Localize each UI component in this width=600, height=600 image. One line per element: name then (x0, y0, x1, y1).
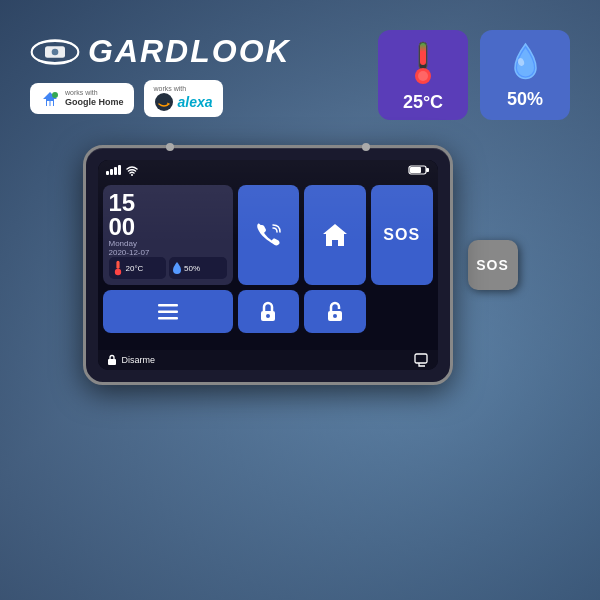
signal-bar-3 (114, 167, 117, 175)
svg-point-24 (333, 314, 337, 318)
svg-point-22 (266, 314, 270, 318)
sos-tile-label: SOS (383, 226, 420, 244)
svg-rect-18 (158, 304, 178, 307)
date-label: 2020-12-07 (109, 248, 227, 257)
svg-point-12 (131, 174, 133, 176)
svg-point-2 (52, 48, 59, 55)
signal-bar-2 (110, 169, 113, 175)
time-minutes: 00 (109, 215, 227, 239)
svg-rect-3 (47, 101, 50, 106)
google-home-text: works with Google Home (65, 88, 124, 109)
date-display: Monday 2020-12-07 (109, 239, 227, 257)
svg-point-6 (155, 93, 173, 111)
menu-tile[interactable] (103, 290, 233, 333)
disarm-label[interactable]: Disarme (106, 354, 156, 366)
status-bar (98, 160, 438, 180)
google-home-icon (40, 89, 60, 109)
unlock-tile[interactable] (304, 290, 366, 333)
screen-icon (414, 353, 430, 367)
svg-point-5 (52, 92, 58, 98)
phone-icon (253, 220, 283, 250)
phone-tile[interactable] (238, 185, 300, 285)
google-home-badge: works with Google Home (30, 83, 134, 114)
svg-rect-8 (420, 43, 426, 65)
brand-name: GARDLOOK (88, 33, 291, 70)
sensor-boxes: 25°C 50% (378, 30, 570, 120)
amazon-icon (154, 92, 174, 112)
device-container: 15 00 Monday 2020-12-07 (0, 145, 600, 385)
temperature-box: 25°C (378, 30, 468, 120)
signal-bar-4 (118, 165, 121, 175)
svg-rect-19 (158, 310, 178, 313)
unlock-icon (322, 299, 348, 325)
signal-icons (106, 164, 139, 176)
svg-point-10 (418, 71, 428, 81)
alexa-badge: works with alexa (144, 80, 223, 117)
svg-rect-16 (116, 261, 119, 269)
time-display: 15 00 (109, 191, 227, 239)
signal-bars (106, 165, 121, 175)
mini-tiles: 20°C 50% (109, 257, 227, 279)
humidity-mini-value: 50% (184, 264, 200, 273)
sos-side-button[interactable]: SOS (468, 240, 518, 290)
mini-drop-icon (172, 261, 182, 275)
temp-mini-value: 20°C (126, 264, 144, 273)
day-label: Monday (109, 239, 227, 248)
lock-small-icon (106, 354, 118, 366)
mini-thermometer-icon (112, 260, 124, 276)
svg-rect-26 (415, 354, 427, 363)
humidity-box: 50% (480, 30, 570, 120)
alexa-brand: alexa (154, 92, 213, 112)
menu-icon (154, 298, 182, 326)
humidity-mini-tile[interactable]: 50% (169, 257, 227, 279)
svg-rect-25 (108, 359, 116, 365)
page-content: GARDLOOK works with Google Home (0, 0, 600, 600)
temp-mini-tile[interactable]: 20°C (109, 257, 167, 279)
svg-point-17 (114, 269, 120, 275)
temperature-value: 25°C (403, 92, 443, 113)
home-tile[interactable] (304, 185, 366, 285)
device-screen: 15 00 Monday 2020-12-07 (98, 160, 438, 370)
camera-icon (30, 37, 80, 67)
wifi-icon (125, 164, 139, 176)
battery-icon (408, 164, 430, 176)
gardlook-logo: GARDLOOK (30, 33, 291, 70)
svg-rect-20 (158, 317, 178, 320)
svg-rect-15 (410, 167, 421, 173)
lock-tile[interactable] (238, 290, 300, 333)
time-tile: 15 00 Monday 2020-12-07 (103, 185, 233, 285)
badges-row: works with Google Home works with (30, 80, 291, 117)
signal-bar-1 (106, 171, 109, 175)
tiles-grid: 15 00 Monday 2020-12-07 (98, 180, 438, 338)
lock-icon (255, 299, 281, 325)
svg-rect-4 (51, 101, 54, 106)
home-icon (320, 220, 350, 250)
sos-tile[interactable]: SOS (371, 185, 433, 285)
humidity-value: 50% (507, 89, 543, 110)
time-hours: 15 (109, 191, 227, 215)
water-drop-icon (508, 40, 543, 85)
logo-area: GARDLOOK works with Google Home (30, 33, 291, 117)
device-panel: 15 00 Monday 2020-12-07 (83, 145, 453, 385)
top-section: GARDLOOK works with Google Home (0, 0, 600, 130)
svg-rect-14 (426, 168, 429, 172)
thermometer-icon (403, 38, 443, 88)
bottom-bar: Disarme (98, 350, 438, 370)
